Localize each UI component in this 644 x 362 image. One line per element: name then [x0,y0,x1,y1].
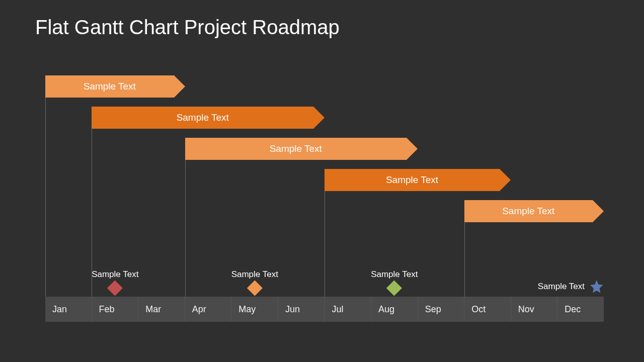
arrow-tip-icon [407,138,418,160]
month-cell: Aug [371,297,418,322]
month-cell: Jul [325,297,371,322]
gantt-bar-3: Sample Text [185,138,418,160]
month-cell: Jan [45,297,92,322]
arrow-tip-icon [500,169,511,191]
diamond-icon [386,280,402,296]
bar-label: Sample Text [502,206,554,217]
month-cell: May [231,297,278,322]
gantt-bar-4: Sample Text [325,169,511,191]
milestone-label: Sample Text [92,269,138,280]
month-cell: Oct [464,297,511,322]
milestone-4: Sample Text [538,280,604,294]
gridline [92,107,92,297]
gantt-bar-2: Sample Text [92,107,325,129]
month-cell: Nov [511,297,558,322]
month-cell: Mar [138,297,185,322]
diamond-icon [107,280,123,296]
milestone-label: Sample Text [231,269,278,280]
month-axis: Jan Feb Mar Apr May Jun Jul Aug Sep Oct … [45,297,604,322]
month-cell: Sep [418,297,465,322]
bar-label: Sample Text [386,174,438,186]
arrow-tip-icon [593,200,604,222]
svg-marker-0 [590,280,603,293]
milestone-3: Sample Text [371,269,418,294]
arrow-tip-icon [313,107,325,129]
month-cell: Dec [557,297,604,322]
milestone-2: Sample Text [231,269,278,294]
diamond-icon [247,280,263,296]
gantt-bar-5: Sample Text [464,200,604,222]
milestone-label: Sample Text [538,282,585,292]
slide: Flat Gantt Chart Project Roadmap Sample … [0,0,644,362]
month-cell: Jun [278,297,325,322]
star-icon [590,280,604,294]
milestone-1: Sample Text [92,269,138,294]
gridline [185,138,186,297]
bar-label: Sample Text [84,81,136,92]
milestone-label: Sample Text [371,269,418,280]
page-title: Flat Gantt Chart Project Roadmap [35,16,340,39]
gantt-chart: Sample Text Sample Text Sample Text Samp… [45,75,604,322]
arrow-tip-icon [174,75,185,98]
bar-label: Sample Text [270,143,322,154]
gantt-bar-1: Sample Text [45,75,185,98]
gridline [45,75,46,297]
month-cell: Apr [185,297,232,322]
month-cell: Feb [92,297,139,322]
bar-label: Sample Text [177,112,229,123]
